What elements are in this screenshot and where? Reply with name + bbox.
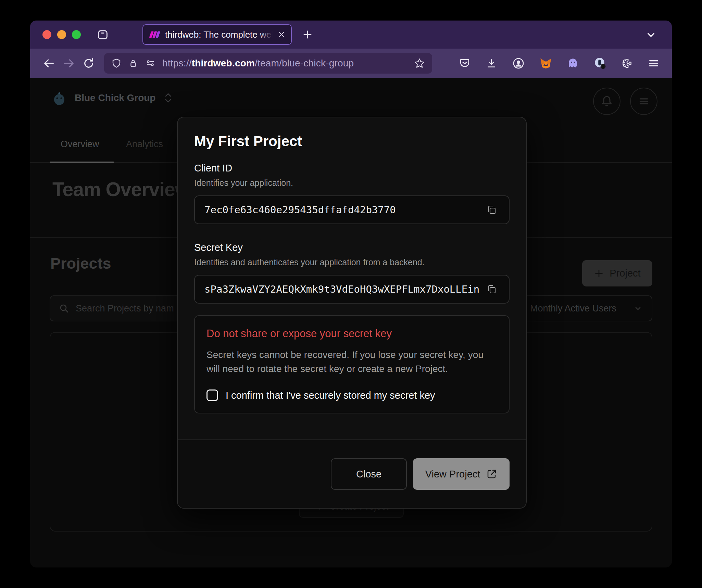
extensions-puzzle-icon[interactable]	[621, 57, 633, 69]
phantom-icon[interactable]	[567, 57, 579, 69]
secret-key-field: Secret Key Identifies and authenticates …	[194, 242, 510, 304]
pocket-icon[interactable]	[459, 57, 471, 69]
copy-client-id-button[interactable]	[484, 202, 499, 217]
confirm-row: I confirm that I've securely stored my s…	[206, 389, 497, 401]
new-tab-button[interactable]	[302, 29, 313, 40]
zoom-window-button[interactable]	[72, 30, 81, 39]
browser-window: thirdweb: The complete web3 de	[30, 21, 672, 567]
tab-title: thirdweb: The complete web3 de	[165, 29, 273, 40]
downloads-icon[interactable]	[486, 57, 497, 69]
close-window-button[interactable]	[42, 30, 51, 39]
copy-icon	[486, 284, 497, 295]
thirdweb-logo-icon	[149, 30, 160, 39]
client-id-input[interactable]: 7ec0fe63c460e295435dffafd42b3770	[194, 195, 510, 224]
minimize-window-button[interactable]	[57, 30, 66, 39]
permissions-icon[interactable]	[145, 58, 156, 69]
secret-key-description: Identifies and authenticates your applic…	[194, 257, 510, 267]
warning-title: Do not share or expose your secret key	[206, 328, 497, 340]
bookmark-star-icon[interactable]	[414, 57, 425, 69]
confirm-checkbox[interactable]	[206, 389, 218, 401]
copy-icon	[486, 204, 497, 215]
secret-key-input[interactable]: sPa3ZkwaVZY2AEQkXmk9t3VdEoHQ3wXEPFLmx7Dx…	[194, 275, 510, 304]
url-bar[interactable]: https://thirdweb.com/team/blue-chick-gro…	[104, 53, 432, 74]
search-placeholder: Search Projects by nam	[76, 303, 174, 314]
projects-heading: Projects	[50, 255, 111, 272]
copy-secret-key-button[interactable]	[484, 282, 499, 297]
external-link-icon	[486, 469, 497, 480]
secret-key-warning: Do not share or expose your secret key S…	[194, 315, 510, 413]
bell-icon	[600, 94, 614, 108]
client-id-field: Client ID Identifies your application. 7…	[194, 163, 510, 224]
notifications-button[interactable]	[593, 88, 620, 115]
lock-icon[interactable]	[128, 58, 138, 69]
back-button[interactable]	[39, 53, 59, 73]
page-viewport: Blue Chick Group Overview	[30, 78, 672, 567]
project-details-modal: My First Project Client ID Identifies yo…	[177, 117, 527, 509]
client-id-description: Identifies your application.	[194, 178, 510, 188]
add-project-button[interactable]: Project	[582, 260, 652, 286]
team-name: Blue Chick Group	[75, 92, 155, 103]
team-selector-chevrons-icon	[163, 91, 173, 105]
search-icon	[59, 303, 70, 314]
secret-key-label: Secret Key	[194, 242, 510, 253]
team-avatar	[51, 90, 67, 106]
chevron-down-icon	[633, 304, 643, 313]
tab-analytics[interactable]: Analytics	[126, 139, 163, 150]
privacy-extension-icon[interactable]	[594, 57, 606, 69]
forward-button[interactable]	[59, 53, 79, 73]
plus-icon	[594, 268, 604, 279]
metamask-icon[interactable]	[540, 57, 552, 69]
browser-toolbar: https://thirdweb.com/team/blue-chick-gro…	[30, 49, 672, 78]
client-id-label: Client ID	[194, 163, 510, 174]
reload-button[interactable]	[79, 53, 99, 73]
list-all-tabs-chevron-icon[interactable]	[645, 29, 657, 40]
firefox-view-icon[interactable]	[97, 28, 109, 41]
active-tab-underline	[50, 162, 114, 163]
account-icon[interactable]	[512, 57, 525, 69]
warning-body: Secret keys cannot be recovered. If you …	[206, 348, 494, 376]
client-id-value: 7ec0fe63c460e295435dffafd42b3770	[204, 204, 479, 216]
confirm-label[interactable]: I confirm that I've securely stored my s…	[226, 390, 435, 401]
close-button[interactable]: Close	[331, 458, 407, 490]
tab-overview[interactable]: Overview	[61, 139, 99, 150]
tracking-protection-shield-icon[interactable]	[111, 58, 122, 69]
account-menu-button[interactable]	[630, 88, 657, 115]
browser-tab-thirdweb[interactable]: thirdweb: The complete web3 de	[142, 24, 292, 45]
modal-title: My First Project	[194, 133, 510, 150]
modal-footer: Close View Project	[178, 439, 526, 508]
page-title: Team Overview	[52, 178, 190, 201]
menu-icon	[637, 95, 650, 108]
tab-close-icon[interactable]	[277, 30, 286, 39]
sort-by-select[interactable]: Monthly Active Users	[521, 295, 652, 321]
menu-hamburger-icon[interactable]	[648, 57, 660, 69]
window-controls	[42, 30, 81, 39]
url-text: https://thirdweb.com/team/blue-chick-gro…	[162, 58, 354, 69]
view-project-button[interactable]: View Project	[413, 458, 510, 490]
team-switcher[interactable]: Blue Chick Group	[51, 90, 173, 106]
browser-tab-bar: thirdweb: The complete web3 de	[30, 21, 672, 49]
secret-key-value: sPa3ZkwaVZY2AEQkXmk9t3VdEoHQ3wXEPFLmx7Dx…	[204, 283, 479, 295]
